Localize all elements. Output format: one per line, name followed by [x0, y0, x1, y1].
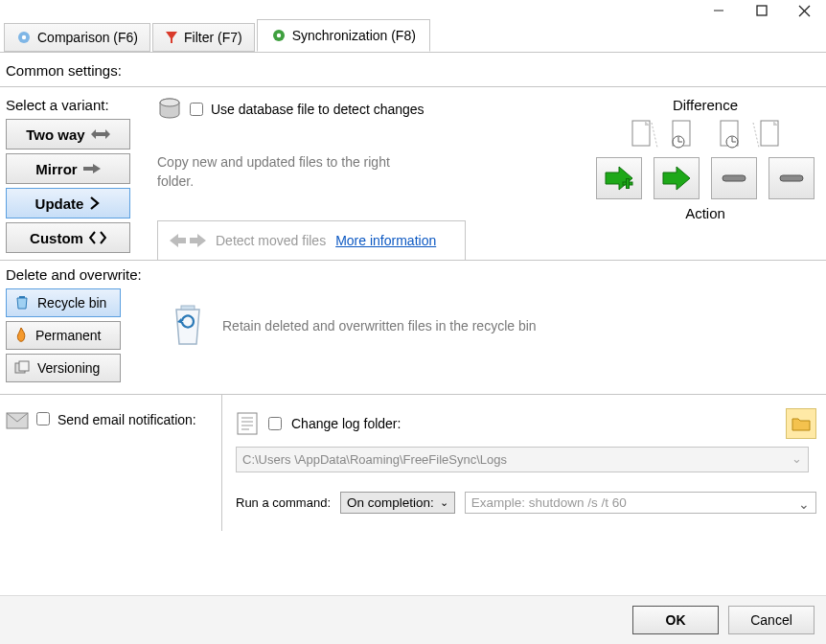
svg-marker-32	[663, 167, 690, 190]
svg-rect-41	[238, 413, 257, 434]
recycle-bin-icon	[14, 295, 30, 310]
detect-moved-label: Detect moved files	[216, 233, 326, 248]
svg-rect-31	[627, 179, 630, 189]
ok-button[interactable]: OK	[632, 606, 719, 634]
svg-marker-6	[166, 32, 177, 43]
left-right-grey-arrows-icon	[170, 231, 206, 250]
action-copy-right-update[interactable]	[654, 157, 700, 199]
delete-recycle-bin[interactable]: Recycle bin	[6, 288, 121, 317]
detect-moved-panel: Detect moved files More information	[157, 220, 466, 260]
dialog-button-bar: OK Cancel	[0, 595, 826, 644]
svg-point-5	[22, 35, 26, 39]
svg-marker-14	[190, 234, 206, 247]
database-icon	[157, 97, 182, 122]
send-email-label: Send email notification:	[57, 412, 196, 427]
send-email-checkbox[interactable]	[36, 412, 50, 426]
cancel-button[interactable]: Cancel	[728, 606, 815, 634]
funnel-icon	[165, 31, 178, 44]
variant-mirror[interactable]: Mirror	[6, 153, 130, 184]
chevron-right-icon	[89, 196, 101, 210]
delete-versioning[interactable]: Versioning	[6, 354, 121, 382]
variant-two-way[interactable]: Two way	[6, 119, 130, 150]
minimize-button[interactable]	[697, 0, 740, 21]
svg-line-26	[753, 123, 759, 148]
action-copy-right-create[interactable]	[596, 157, 642, 199]
chevron-down-icon: ⌄	[440, 496, 448, 509]
envelope-icon	[6, 412, 29, 429]
maximize-button[interactable]	[740, 0, 783, 21]
section-delete-overwrite: Delete and overwrite:	[0, 261, 826, 285]
change-log-folder-checkbox[interactable]	[268, 417, 282, 430]
variant-custom[interactable]: Custom	[6, 222, 130, 253]
more-information-link[interactable]: More information	[335, 233, 436, 248]
section-common-settings: Common settings:	[0, 53, 826, 80]
versioning-icon	[14, 360, 30, 376]
select-variant-label: Select a variant:	[6, 97, 140, 113]
use-database-checkbox[interactable]	[190, 103, 203, 116]
tab-label: Synchronization (F8)	[292, 28, 416, 43]
tab-strip: Comparison (F6) Filter (F7) Synchronizat…	[0, 21, 826, 53]
run-command-label: Run a command:	[236, 495, 331, 510]
gear-blue-icon	[16, 30, 32, 45]
run-when-select[interactable]: On completion: ⌄	[340, 492, 455, 514]
window-titlebar	[0, 0, 826, 21]
svg-point-12	[160, 99, 179, 106]
svg-rect-38	[181, 306, 195, 310]
tab-synchronization[interactable]: Synchronization (F8)	[257, 19, 430, 52]
action-do-nothing-right[interactable]	[769, 157, 815, 199]
svg-rect-1	[757, 6, 767, 15]
doc-newer-left-icon	[671, 119, 700, 151]
flame-icon	[14, 328, 28, 343]
svg-rect-35	[19, 296, 25, 298]
close-button[interactable]	[783, 0, 826, 21]
right-arrow-icon	[83, 163, 101, 174]
log-file-icon	[236, 411, 259, 436]
difference-categories	[590, 119, 820, 151]
svg-marker-13	[170, 234, 186, 247]
folder-icon	[792, 416, 811, 431]
log-folder-path[interactable]: C:\Users \AppData\Roaming\FreeFileSync\L…	[236, 447, 809, 472]
recycle-bin-large-icon	[169, 304, 207, 348]
delete-permanent[interactable]: Permanent	[6, 321, 121, 350]
gear-green-icon	[271, 28, 287, 43]
two-way-arrow-icon	[91, 128, 110, 140]
tab-label: Filter (F7)	[184, 30, 242, 45]
svg-rect-34	[780, 175, 803, 181]
tab-filter[interactable]: Filter (F7)	[152, 23, 255, 52]
use-database-label: Use database file to detect changes	[211, 102, 424, 117]
tab-comparison[interactable]: Comparison (F6)	[4, 23, 150, 52]
change-log-folder-label: Change log folder:	[291, 416, 401, 431]
tab-label: Comparison (F6)	[37, 30, 138, 45]
doc-left-only-icon	[631, 119, 659, 151]
run-command-input[interactable]: Example: shutdown /s /t 60	[465, 492, 816, 514]
browse-log-folder-button[interactable]	[786, 408, 816, 439]
svg-rect-33	[723, 175, 746, 181]
doc-newer-right-icon	[711, 119, 740, 151]
action-buttons-row	[590, 157, 820, 199]
svg-marker-9	[91, 129, 110, 139]
svg-marker-10	[83, 164, 101, 173]
action-label: Action	[590, 205, 820, 221]
diamond-brackets-icon	[89, 231, 106, 244]
doc-right-only-icon	[751, 119, 780, 151]
variant-update[interactable]: Update	[6, 188, 130, 218]
difference-label: Difference	[590, 97, 820, 113]
svg-point-8	[277, 34, 281, 37]
svg-rect-37	[19, 361, 29, 371]
delete-description: Retain deleted and overwritten files in …	[222, 318, 537, 334]
action-do-nothing-left[interactable]	[711, 157, 757, 199]
svg-line-17	[652, 123, 657, 148]
variant-description: Copy new and updated files to the right …	[157, 152, 406, 192]
